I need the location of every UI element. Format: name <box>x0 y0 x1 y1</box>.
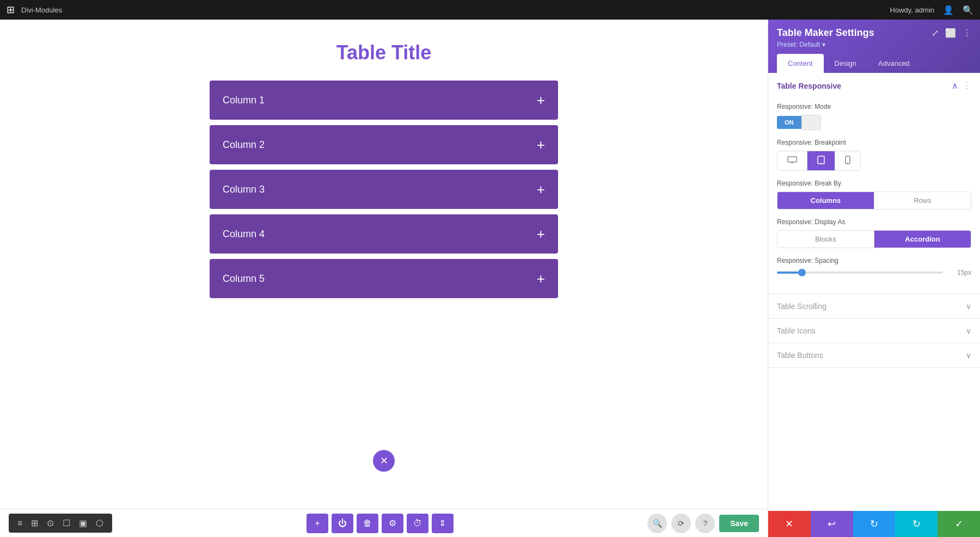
breakpoint-mobile-btn[interactable] <box>835 151 860 170</box>
panel-header: Table Maker Settings ⤢ ⬜ ⋮ Preset: Defau… <box>768 20 980 73</box>
table-row[interactable]: Column 3 + <box>210 170 558 209</box>
site-name[interactable]: Divi-Modules <box>21 6 62 14</box>
history-button[interactable]: ⟳ <box>671 514 691 533</box>
section-title-responsive: Table Responsive <box>777 82 841 90</box>
field-responsive-spacing: Responsive: Spacing 15px <box>777 257 971 276</box>
responsive-breakpoint-label: Responsive: Breakpoint <box>777 139 971 146</box>
break-by-options: Columns Rows <box>777 192 971 209</box>
panel-header-top: Table Maker Settings ⤢ ⬜ ⋮ <box>777 27 971 39</box>
chevron-down-icon: ∨ <box>966 326 971 335</box>
save-button[interactable]: Save <box>719 515 759 532</box>
table-row[interactable]: Column 5 + <box>210 259 558 298</box>
responsive-break-by-label: Responsive: Break By <box>777 180 971 187</box>
responsive-mode-toggle: ON <box>777 115 831 130</box>
section-title-buttons: Table Buttons <box>777 351 823 360</box>
responsive-display-as-label: Responsive: Display As <box>777 218 971 226</box>
slider-thumb[interactable] <box>798 269 806 276</box>
table-row[interactable]: Column 4 + <box>210 214 558 254</box>
responsive-mode-label: Responsive: Mode <box>777 103 971 110</box>
section-content-responsive: Responsive: Mode ON Responsive: Breakpoi… <box>768 98 980 294</box>
toggle-on-button[interactable]: ON <box>777 116 801 129</box>
column-label: Column 1 <box>223 95 265 106</box>
table-row[interactable]: Column 1 + <box>210 81 558 120</box>
cancel-button[interactable]: ✕ <box>768 511 811 537</box>
panel-preset[interactable]: Preset: Default ▾ <box>777 41 971 48</box>
svg-rect-0 <box>788 157 797 162</box>
chevron-down-icon: ∨ <box>966 302 971 311</box>
settings-panel: Table Maker Settings ⤢ ⬜ ⋮ Preset: Defau… <box>768 20 980 537</box>
toolbar-right: 🔍 ⟳ ? Save <box>647 514 759 533</box>
add-column-2-icon[interactable]: + <box>537 137 545 153</box>
tab-advanced[interactable]: Advanced <box>867 54 921 73</box>
collapse-icon[interactable]: ∧ <box>952 81 958 91</box>
section-table-icons[interactable]: Table Icons ∨ <box>768 319 980 343</box>
desktop-icon[interactable]: ☐ <box>59 517 74 529</box>
display-as-accordion-btn[interactable]: Accordion <box>874 231 971 248</box>
search-toolbar-button[interactable]: 🔍 <box>647 514 667 533</box>
add-column-3-icon[interactable]: + <box>537 181 545 198</box>
svg-point-6 <box>847 162 848 163</box>
power-button[interactable]: ⏻ <box>332 514 353 533</box>
close-button[interactable]: ✕ <box>373 450 395 472</box>
grid-icon[interactable]: ⊞ <box>28 517 41 529</box>
save-draft-button[interactable]: ↻ <box>895 511 938 537</box>
panel-title: Table Maker Settings <box>777 27 874 39</box>
add-module-button[interactable]: + <box>307 514 328 533</box>
table-row[interactable]: Column 2 + <box>210 125 558 164</box>
zoom-icon[interactable]: ⊙ <box>44 517 57 529</box>
hamburger-icon[interactable]: ≡ <box>14 517 26 529</box>
toggle-off-button[interactable] <box>801 115 821 130</box>
spacing-slider-row: 15px <box>777 269 971 276</box>
howdy-text: Howdy, admin <box>890 6 934 14</box>
spacing-slider-track[interactable] <box>777 271 943 274</box>
confirm-button[interactable]: ✓ <box>938 511 980 537</box>
breakpoint-group <box>777 151 861 171</box>
user-icon: 👤 <box>943 5 954 15</box>
timer-button[interactable]: ⏱ <box>407 514 428 533</box>
field-responsive-break-by: Responsive: Break By Columns Rows <box>777 180 971 209</box>
toolbar-center: + ⏻ 🗑 ⚙ ⏱ ⇕ <box>307 514 454 533</box>
tab-content[interactable]: Content <box>777 54 824 73</box>
section-table-scrolling[interactable]: Table Scrolling ∨ <box>768 294 980 319</box>
break-by-columns-btn[interactable]: Columns <box>777 192 874 209</box>
section-table-buttons[interactable]: Table Buttons ∨ <box>768 343 980 368</box>
search-icon[interactable]: 🔍 <box>963 5 973 15</box>
settings-button[interactable]: ⚙ <box>382 514 403 533</box>
top-bar: ⊞ Divi-Modules Howdy, admin 👤 🔍 <box>0 0 980 20</box>
break-by-rows-btn[interactable]: Rows <box>874 192 971 209</box>
help-button[interactable]: ? <box>695 514 715 533</box>
field-responsive-display-as: Responsive: Display As Blocks Accordion <box>777 218 971 248</box>
move-button[interactable]: ⇕ <box>432 514 454 533</box>
columns-container: Column 1 + Column 2 + Column 3 + Column … <box>210 81 558 298</box>
layout-icon[interactable]: ⬜ <box>945 28 956 38</box>
chevron-down-icon: ∨ <box>966 351 971 360</box>
mobile-icon[interactable]: ⬡ <box>93 517 107 529</box>
tablet-icon[interactable]: ▣ <box>76 517 90 529</box>
undo-button[interactable]: ↩ <box>811 511 853 537</box>
section-header-responsive[interactable]: Table Responsive ∧ ⋮ <box>768 73 980 98</box>
canvas-area: Table Title Column 1 + Column 2 + Column… <box>0 20 768 537</box>
column-label: Column 5 <box>223 273 265 285</box>
more-section-icon[interactable]: ⋮ <box>963 81 971 91</box>
tab-design[interactable]: Design <box>824 54 867 73</box>
breakpoint-desktop-btn[interactable] <box>777 151 807 170</box>
close-overlay: ✕ <box>373 450 395 472</box>
section-table-responsive: Table Responsive ∧ ⋮ Responsive: Mode ON <box>768 73 980 294</box>
add-column-1-icon[interactable]: + <box>537 92 545 109</box>
canvas-content: Table Title Column 1 + Column 2 + Column… <box>0 20 768 509</box>
add-column-4-icon[interactable]: + <box>537 226 545 243</box>
display-as-blocks-btn[interactable]: Blocks <box>777 231 874 248</box>
breakpoint-tablet-btn[interactable] <box>807 151 835 170</box>
add-column-5-icon[interactable]: + <box>537 270 545 287</box>
panel-header-icons: ⤢ ⬜ ⋮ <box>932 28 971 38</box>
column-label: Column 2 <box>223 139 265 151</box>
expand-icon[interactable]: ⤢ <box>932 28 939 38</box>
delete-button[interactable]: 🗑 <box>357 514 378 533</box>
main-layout: Table Title Column 1 + Column 2 + Column… <box>0 20 980 537</box>
section-title-icons: Table Icons <box>777 326 816 335</box>
panel-tabs: Content Design Advanced <box>777 54 971 73</box>
redo-button[interactable]: ↻ <box>853 511 896 537</box>
more-options-icon[interactable]: ⋮ <box>963 28 971 38</box>
wp-icon: ⊞ <box>7 4 15 16</box>
svg-point-4 <box>820 162 822 163</box>
